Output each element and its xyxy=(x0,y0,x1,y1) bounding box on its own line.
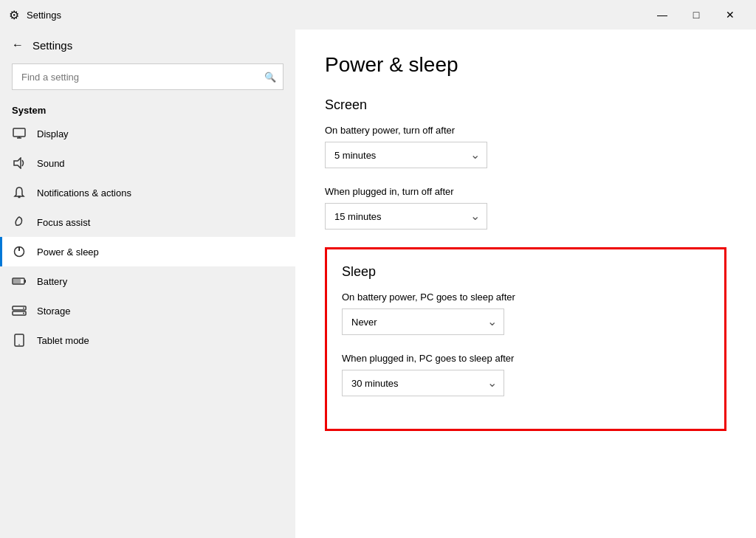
tablet-icon xyxy=(12,333,27,348)
battery-sleep-select-wrapper: 1 minute 2 minutes 3 minutes 5 minutes 1… xyxy=(342,308,504,335)
sleep-section: Sleep On battery power, PC goes to sleep… xyxy=(325,247,726,431)
plugged-sleep-label: When plugged in, PC goes to sleep after xyxy=(342,353,709,364)
sidebar-item-label-power: Power & sleep xyxy=(37,246,99,258)
screen-section-title: Screen xyxy=(325,97,726,113)
svg-point-14 xyxy=(23,313,24,314)
focus-icon xyxy=(12,215,27,230)
app-body: ← Settings 🔍 System Display xyxy=(0,30,756,538)
sidebar-item-storage[interactable]: Storage xyxy=(0,296,295,325)
maximize-button[interactable]: □ xyxy=(679,0,713,30)
svg-point-13 xyxy=(23,308,24,309)
plugged-screen-setting: When plugged in, turn off after 1 minute… xyxy=(325,186,726,230)
svg-rect-0 xyxy=(13,128,25,137)
titlebar-title: Settings xyxy=(27,10,61,21)
minimize-button[interactable]: — xyxy=(645,0,679,30)
display-icon xyxy=(12,126,27,141)
titlebar: ⚙ Settings — □ ✕ xyxy=(0,0,756,30)
plugged-sleep-setting: When plugged in, PC goes to sleep after … xyxy=(342,353,709,396)
sidebar-item-label-tablet: Tablet mode xyxy=(37,335,89,346)
search-icon: 🔍 xyxy=(264,72,276,83)
sidebar-item-focus[interactable]: Focus assist xyxy=(0,207,295,237)
svg-point-16 xyxy=(18,344,20,345)
sidebar-header: ← Settings xyxy=(0,30,295,61)
battery-screen-label: On battery power, turn off after xyxy=(325,125,726,136)
content-area: Power & sleep Screen On battery power, t… xyxy=(295,30,756,538)
sidebar-item-label-notifications: Notifications & actions xyxy=(37,187,131,199)
plugged-sleep-select[interactable]: 1 minute 2 minutes 3 minutes 5 minutes 1… xyxy=(342,370,504,396)
sleep-section-title: Sleep xyxy=(342,264,709,280)
battery-screen-select[interactable]: 1 minute 2 minutes 3 minutes 5 minutes 1… xyxy=(325,142,487,168)
battery-screen-select-wrapper: 1 minute 2 minutes 3 minutes 5 minutes 1… xyxy=(325,142,487,168)
plugged-screen-select-wrapper: 1 minute 2 minutes 3 minutes 5 minutes 1… xyxy=(325,203,487,230)
app-icon: ⚙ xyxy=(9,8,19,22)
sidebar-item-label-focus: Focus assist xyxy=(37,217,90,228)
plugged-screen-label: When plugged in, turn off after xyxy=(325,186,726,197)
sidebar-item-label-battery: Battery xyxy=(37,276,67,287)
sidebar-item-label-display: Display xyxy=(37,128,69,139)
titlebar-controls: — □ ✕ xyxy=(645,0,747,30)
power-icon xyxy=(12,244,27,259)
battery-sleep-label: On battery power, PC goes to sleep after xyxy=(342,292,709,303)
close-button[interactable]: ✕ xyxy=(713,0,747,30)
battery-sleep-select[interactable]: 1 minute 2 minutes 3 minutes 5 minutes 1… xyxy=(342,308,504,335)
plugged-screen-select[interactable]: 1 minute 2 minutes 3 minutes 5 minutes 1… xyxy=(325,203,487,230)
titlebar-left: ⚙ Settings xyxy=(9,8,61,22)
svg-rect-10 xyxy=(13,279,21,283)
sidebar-item-power[interactable]: Power & sleep xyxy=(0,237,295,266)
battery-icon xyxy=(12,274,27,289)
sidebar: ← Settings 🔍 System Display xyxy=(0,30,295,538)
page-title: Power & sleep xyxy=(325,53,726,77)
sidebar-item-sound[interactable]: Sound xyxy=(0,148,295,178)
battery-screen-setting: On battery power, turn off after 1 minut… xyxy=(325,125,726,168)
back-button[interactable]: ← xyxy=(12,38,24,52)
search-input[interactable] xyxy=(12,63,284,90)
sidebar-item-battery[interactable]: Battery xyxy=(0,266,295,296)
svg-marker-3 xyxy=(14,158,21,168)
sidebar-item-notifications[interactable]: Notifications & actions xyxy=(0,178,295,207)
search-box: 🔍 xyxy=(12,63,284,90)
sidebar-app-title: Settings xyxy=(32,39,72,52)
sidebar-item-tablet[interactable]: Tablet mode xyxy=(0,325,295,355)
sound-icon xyxy=(12,156,27,170)
sidebar-item-label-sound: Sound xyxy=(37,158,65,169)
notifications-icon xyxy=(12,185,27,200)
sidebar-item-display[interactable]: Display xyxy=(0,119,295,148)
sidebar-item-label-storage: Storage xyxy=(37,306,71,317)
sidebar-section-label: System xyxy=(0,99,295,119)
battery-sleep-setting: On battery power, PC goes to sleep after… xyxy=(342,292,709,335)
plugged-sleep-select-wrapper: 1 minute 2 minutes 3 minutes 5 minutes 1… xyxy=(342,370,504,396)
svg-rect-9 xyxy=(24,280,26,283)
storage-icon xyxy=(12,303,27,318)
